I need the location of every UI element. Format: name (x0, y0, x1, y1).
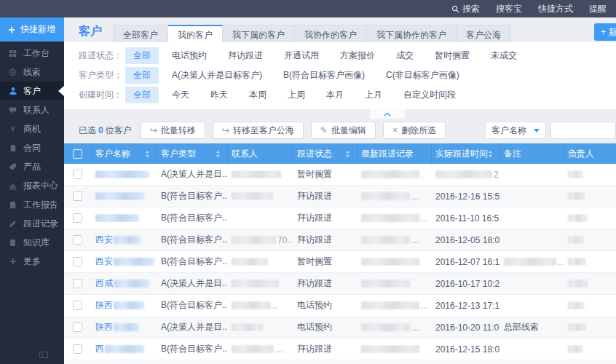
table-row[interactable]: 西咸A(决策人并是目...拜访跟进2016-10-17 10:24 (64, 273, 616, 295)
filter-option[interactable]: 成交 (388, 47, 422, 64)
filter-option[interactable]: 开通试用 (276, 47, 327, 64)
filter-option[interactable]: 今天 (164, 87, 197, 103)
sort-icon[interactable] (345, 150, 350, 158)
topbar-item-search[interactable]: 搜索 (443, 0, 488, 17)
follow-time-cell: 2016-12-05 18:06 (431, 235, 499, 245)
customer-link-text[interactable]: 陕西 (95, 299, 113, 312)
row-checkbox[interactable] (73, 213, 82, 223)
row-checkbox[interactable] (73, 344, 82, 354)
sidebar-item-follow-record[interactable]: 跟进记录 (0, 214, 64, 233)
row-checkbox[interactable] (73, 191, 82, 201)
sidebar-item-more[interactable]: 更多 (0, 252, 64, 271)
row-select-cell (64, 213, 91, 223)
table-row[interactable]: 西安B(符合目标客户...70...拜访跟进...2016-12-05 18:0… (64, 229, 616, 251)
filter-option[interactable]: 上周 (280, 87, 313, 103)
filter-option[interactable]: 全部 (125, 87, 159, 103)
sidebar-item-knowledge[interactable]: 知识库 (0, 233, 64, 252)
table-row[interactable]: A(决策人并是目...暂时搁置.2 (64, 164, 616, 186)
filter-option[interactable]: 本周 (241, 87, 275, 103)
redacted-text (568, 236, 583, 244)
filter-option[interactable]: 全部 (125, 67, 159, 84)
tab-我下属的客户[interactable]: 我下属的客户 (223, 25, 295, 42)
sidebar-item-work-report[interactable]: 工作报告 (0, 195, 64, 214)
filter-option[interactable]: A(决策人并是目标客户) (164, 67, 270, 84)
filter-option[interactable]: 方案报价 (332, 47, 383, 64)
cell-suffix: . (421, 170, 423, 180)
row-checkbox[interactable] (73, 235, 82, 245)
sidebar-item-customer[interactable]: 客户 (0, 82, 64, 100)
search-input[interactable] (550, 122, 616, 139)
sidebar-item-business[interactable]: ¥商机 (0, 119, 64, 138)
filter-option[interactable]: 昨天 (202, 87, 236, 103)
batch-transfer-button[interactable]: ↪批量转移 (141, 122, 205, 139)
filter-option[interactable]: 电话预约 (164, 47, 215, 64)
filter-option[interactable]: 暂时搁置 (427, 47, 478, 64)
customer-link-text[interactable]: 西咸 (95, 277, 113, 290)
row-checkbox[interactable] (73, 301, 82, 310)
sidebar-collapse-icon[interactable] (39, 350, 48, 360)
topbar-item-shortcuts[interactable]: 快捷方式 (530, 0, 581, 17)
quick-add-button[interactable]: 快捷新增 (0, 17, 64, 41)
sidebar-item-report-center[interactable]: 报表中心 (0, 176, 64, 195)
filter-option[interactable]: 拜访跟进 (220, 47, 271, 64)
filter-label: 创建时间： (79, 89, 125, 101)
table-row[interactable]: 陕西B(符合目标客户.....电话预约...2016-12-13 17:14 (64, 295, 616, 317)
tab-我协作的客户[interactable]: 我协作的客户 (295, 25, 367, 42)
tab-全部客户[interactable]: 全部客户 (113, 25, 168, 42)
filter-option[interactable]: 本月 (318, 87, 352, 103)
cell-suffix: ... (411, 323, 419, 333)
redacted-text (361, 192, 410, 200)
sort-icon[interactable] (488, 150, 493, 158)
filter-option[interactable]: 上月 (357, 87, 390, 103)
owner-cell (564, 192, 616, 200)
cell-text: B(符合目标客户... (161, 343, 227, 355)
tab-我下属协作的客户[interactable]: 我下属协作的客户 (367, 25, 457, 42)
redacted-text (435, 170, 492, 178)
topbar-menu: 搜索搜客宝快捷方式提醒 (443, 0, 615, 17)
row-checkbox[interactable] (73, 257, 82, 266)
row-checkbox[interactable] (73, 170, 82, 179)
sidebar-item-contacts[interactable]: 联系人 (0, 100, 64, 119)
sort-icon[interactable] (145, 150, 150, 158)
row-checkbox[interactable] (73, 323, 82, 332)
redacted-text (568, 170, 583, 178)
filter-option[interactable]: 未成交 (483, 47, 525, 64)
filter-collapse-button[interactable] (370, 109, 405, 119)
select-all-checkbox[interactable] (73, 149, 82, 159)
topbar-item-reminder[interactable]: 提醒 (581, 0, 615, 17)
close-icon: × (392, 126, 398, 135)
column-header-负责人: 负责人 (564, 143, 616, 164)
batch-buttons: ↪批量转移↪转移至客户公海✎批量编辑×删除所选 (141, 122, 453, 139)
table-row[interactable]: 陕西A(决策人并是目...电话预约...2016-10-20 11:06总部线索 (64, 317, 616, 339)
tab-客户公海[interactable]: 客户公海 (457, 25, 511, 42)
transfer-to-pool-button[interactable]: ↪转移至客户公海 (213, 122, 304, 139)
filter-option[interactable]: C(非目标客户画像) (378, 67, 467, 84)
add-customer-button[interactable]: + 新增 (594, 23, 616, 41)
filter-option[interactable]: 全部 (125, 47, 159, 64)
table-row[interactable]: 西B(符合目标客户......拜访跟进2016-12-15 18:08 (64, 339, 616, 360)
delete-selected-button[interactable]: ×删除所选 (383, 122, 446, 139)
chevron-down-icon (534, 129, 540, 132)
cell-text: B(符合目标客户... (161, 234, 227, 246)
table-row[interactable]: 西安B(符合目标客户...暂时搁置2016-12-07 16:10... (64, 251, 616, 273)
customer-link-text[interactable]: 西安 (95, 256, 113, 268)
row-select-cell (64, 323, 91, 332)
filter-option[interactable]: B(符合目标客户画像) (275, 67, 373, 84)
table-row[interactable]: 西C(非目标客户画....电话预约...2016-12-15 15:08 (64, 360, 616, 364)
sidebar-item-product[interactable]: 产品 (0, 157, 64, 176)
search-field-select[interactable]: 客户名称 (485, 122, 546, 139)
customer-link-text[interactable]: 陕西 (95, 321, 113, 333)
table-row[interactable]: B(符合目标客户...拜访跟进...2016-11-10 16:58 (64, 207, 616, 229)
customer-link-text[interactable]: 西 (95, 343, 104, 355)
sort-icon[interactable] (216, 150, 221, 158)
filter-option[interactable]: 自定义时间段 (395, 87, 464, 103)
batch-edit-button[interactable]: ✎批量编辑 (311, 122, 376, 139)
topbar-item-soukebao[interactable]: 搜客宝 (488, 0, 530, 17)
table-row[interactable]: B(符合目标客户...拜访跟进...2016-12-16 15:56 (64, 186, 616, 207)
sidebar-item-contract[interactable]: 合同 (0, 138, 64, 157)
sidebar-item-clue[interactable]: 线索 (0, 63, 64, 82)
row-checkbox[interactable] (73, 279, 82, 288)
customer-link-text[interactable]: 西安 (95, 234, 113, 246)
sidebar-item-workbench[interactable]: 工作台 (0, 44, 64, 63)
tab-我的客户[interactable]: 我的客户 (168, 25, 223, 42)
